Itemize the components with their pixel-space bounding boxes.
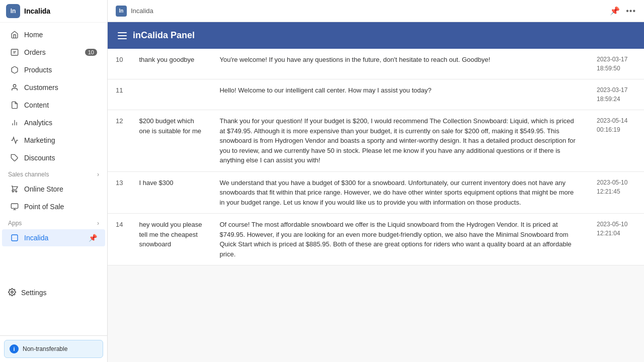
row-id: 11 [108,79,131,110]
svg-rect-8 [11,204,18,208]
bot-response: We understand that you have a budget of … [211,171,589,214]
svg-rect-11 [12,235,18,241]
sidebar-nav: Home Orders 10 Products Customers [0,23,107,250]
sidebar-item-home[interactable]: Home [2,26,105,43]
chat-content-area[interactable]: 10thank you goodbyeYou're welcome! If yo… [108,49,644,362]
orders-icon [10,48,19,57]
timestamp: 2023-05-10 12:21:45 [589,171,644,214]
apps-expand-icon: › [97,220,99,227]
apps-header[interactable]: Apps › [0,216,107,229]
sidebar-item-incalida-label: Incalida [24,234,48,242]
timestamp: 2023-05-10 12:21:04 [589,214,644,265]
chat-table: 10thank you goodbyeYou're welcome! If yo… [108,49,644,265]
sidebar-item-discounts-label: Discounts [24,154,55,162]
row-id: 14 [108,214,131,265]
top-bar: In Incalida 📌 ••• [108,0,644,22]
top-bar-right: 📌 ••• [610,6,636,16]
row-id: 13 [108,171,131,214]
info-icon: i [10,344,19,353]
svg-point-12 [11,291,13,293]
user-message [131,79,211,110]
sidebar: In Incalida Home Orders 10 Products [0,0,108,362]
sidebar-bottom: i Non-transferable [0,335,107,362]
svg-rect-0 [11,49,18,55]
timestamp: 2023-05-14 00:16:19 [589,110,644,172]
panel-header: inCalida Panel [108,22,644,49]
content-icon [10,101,19,110]
sidebar-item-point-of-sale-label: Point of Sale [24,203,64,211]
incalida-icon [10,233,19,242]
bot-response: Thank you for your question! If your bud… [211,110,589,172]
main-content: In Incalida 📌 ••• inCalida Panel 10thank… [108,0,644,362]
point-of-sale-icon [10,202,19,211]
sidebar-app-header: In Incalida [0,0,107,23]
sidebar-item-products[interactable]: Products [2,61,105,78]
customers-icon [10,83,19,92]
non-transferable-box: i Non-transferable [4,340,103,358]
chat-rows: 10thank you goodbyeYou're welcome! If yo… [108,49,644,265]
sidebar-item-settings-label: Settings [21,289,47,297]
sidebar-item-marketing-label: Marketing [24,136,55,144]
bot-response: Hello! Welcome to our intelligent call c… [211,79,589,110]
top-bar-left: In Incalida [116,6,153,17]
home-icon [10,30,19,39]
sidebar-item-online-store-label: Online Store [24,185,63,193]
hamburger-button[interactable] [118,32,127,39]
sidebar-item-orders[interactable]: Orders 10 [2,44,105,61]
table-row: 11Hello! Welcome to our intelligent call… [108,79,644,110]
sidebar-item-marketing[interactable]: Marketing [2,132,105,149]
products-icon [10,65,19,74]
sidebar-item-products-label: Products [24,66,52,74]
bot-response: Of course! The most affordable snowboard… [211,214,589,265]
sidebar-item-home-label: Home [24,31,43,39]
sidebar-item-orders-label: Orders [24,48,46,56]
sidebar-item-point-of-sale[interactable]: Point of Sale [2,198,105,215]
discounts-icon [10,153,19,162]
sales-channels-label: Sales channels [8,171,49,178]
row-id: 10 [108,49,131,79]
sales-channels-header[interactable]: Sales channels › [0,167,107,180]
incalida-pin-icon: 📌 [89,234,97,242]
analytics-icon [10,118,19,127]
top-bar-app-name: Incalida [131,7,153,15]
user-message: $200 budget which one is suitable for me [131,110,211,172]
bot-response: You're welcome! If you have any question… [211,49,589,79]
sidebar-item-customers-label: Customers [24,83,58,92]
sidebar-item-discounts[interactable]: Discounts [2,149,105,166]
table-row: 13I have $300We understand that you have… [108,171,644,214]
non-transferable-label: Non-transferable [23,345,67,352]
orders-badge: 10 [85,49,97,56]
table-row: 10thank you goodbyeYou're welcome! If yo… [108,49,644,79]
row-id: 12 [108,110,131,172]
sidebar-item-content-label: Content [24,101,49,109]
sales-channels-expand-icon: › [97,171,99,178]
sidebar-item-content[interactable]: Content [2,97,105,114]
settings-icon [8,288,16,298]
timestamp: 2023-03-17 18:59:24 [589,79,644,110]
online-store-icon [10,185,19,194]
sidebar-item-customers[interactable]: Customers [2,79,105,96]
panel-title: inCalida Panel [133,30,195,41]
sidebar-item-online-store[interactable]: Online Store [2,180,105,198]
more-button[interactable]: ••• [626,7,636,16]
pin-button[interactable]: 📌 [610,6,620,16]
svg-point-3 [13,84,16,87]
apps-label: Apps [8,220,22,227]
marketing-icon [10,136,19,145]
sidebar-item-incalida[interactable]: Incalida 📌 [2,229,105,246]
sidebar-item-analytics-label: Analytics [24,119,52,127]
sidebar-item-settings[interactable]: Settings [0,284,107,302]
sidebar-item-analytics[interactable]: Analytics [2,114,105,131]
app-name: Incalida [24,7,50,15]
table-row: 12$200 budget which one is suitable for … [108,110,644,172]
timestamp: 2023-03-17 18:59:50 [589,49,644,79]
user-message: thank you goodbye [131,49,211,79]
table-row: 14hey would you please tell me the cheap… [108,214,644,265]
incalida-app-icon-small: In [116,6,127,17]
user-message: hey would you please tell me the cheapes… [131,214,211,265]
user-message: I have $300 [131,171,211,214]
app-icon: In [6,4,20,18]
